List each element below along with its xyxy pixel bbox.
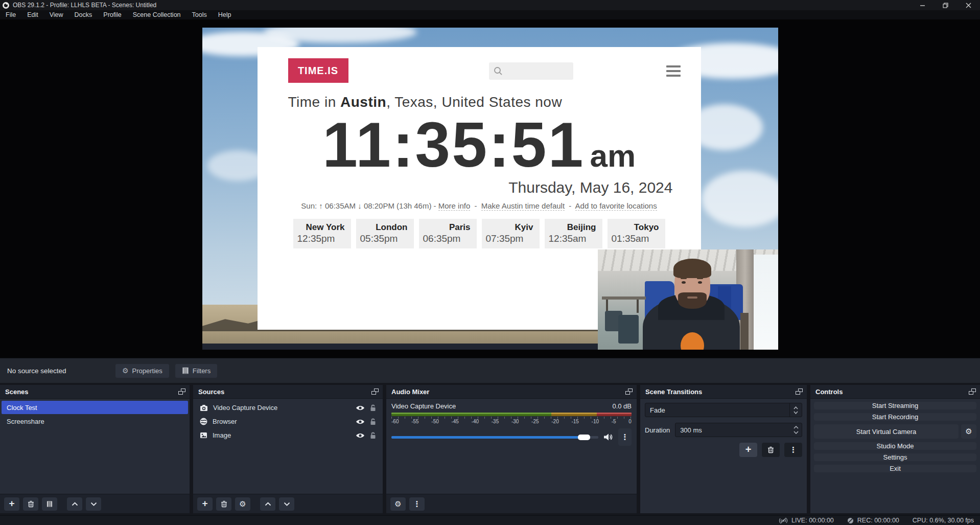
hamburger-menu-icon[interactable]	[666, 65, 681, 77]
preview-area[interactable]: TIME.IS Time in Austin, Texas, United St…	[0, 19, 980, 358]
sources-panel: Sources Video Capture Device Browser	[193, 385, 383, 513]
source-item-browser[interactable]: Browser	[195, 415, 381, 428]
obs-logo-icon	[3, 2, 9, 9]
time-meridiem: am	[590, 138, 636, 174]
minimize-button[interactable]	[911, 0, 934, 10]
city-card[interactable]: Tokyo 01:35am	[608, 219, 665, 248]
speaker-icon[interactable]	[603, 433, 613, 441]
webcam-overlay	[598, 249, 778, 350]
eye-icon[interactable]	[356, 432, 365, 439]
search-input[interactable]	[489, 62, 573, 80]
scene-item-screenshare[interactable]: Screenshare	[2, 415, 188, 428]
move-source-down-button[interactable]	[279, 497, 294, 511]
eye-icon[interactable]	[356, 405, 365, 411]
move-scene-down-button[interactable]	[86, 497, 101, 511]
dock-row: Scenes Clock Test Screenshare +	[0, 383, 980, 515]
time-digits: 11:35:51	[322, 111, 585, 178]
advanced-audio-button[interactable]: ⚙	[390, 497, 406, 511]
trash-icon	[767, 446, 774, 453]
remove-source-button[interactable]	[216, 497, 231, 511]
controls-panel: Controls Start Streaming Start Recording…	[810, 385, 980, 513]
menu-tools[interactable]: Tools	[186, 10, 213, 19]
add-source-button[interactable]: +	[197, 497, 213, 511]
start-streaming-button[interactable]: Start Streaming	[814, 402, 976, 409]
close-button[interactable]	[957, 0, 980, 10]
source-item-image[interactable]: Image	[195, 429, 381, 442]
city-card[interactable]: Beijing 12:35am	[545, 219, 602, 248]
volume-slider[interactable]	[391, 436, 598, 439]
lock-icon[interactable]	[370, 418, 376, 425]
more-info-link[interactable]: More info	[438, 201, 471, 211]
mixer-channel-menu-button[interactable]: ⋮	[618, 428, 632, 446]
restore-button[interactable]	[934, 0, 957, 10]
transition-properties-button[interactable]: ⋮	[784, 443, 802, 457]
remove-scene-button[interactable]	[23, 497, 38, 511]
menu-help[interactable]: Help	[213, 10, 237, 19]
source-item-video-capture[interactable]: Video Capture Device	[195, 401, 381, 414]
remove-transition-button[interactable]	[762, 443, 780, 457]
scene-filters-button[interactable]	[42, 497, 57, 511]
chevron-down-icon	[90, 502, 97, 506]
image-icon	[200, 432, 207, 439]
popout-icon[interactable]	[796, 389, 803, 395]
menu-view[interactable]: View	[44, 10, 69, 19]
select-arrows-icon[interactable]	[789, 403, 802, 417]
volume-slider-handle[interactable]	[578, 435, 590, 440]
city-card[interactable]: London 05:35pm	[356, 219, 414, 248]
start-recording-button[interactable]: Start Recording	[814, 413, 976, 421]
status-bar: LIVE: 00:00:00 REC: 00:00:00 CPU: 0.6%, …	[0, 515, 980, 525]
filters-button[interactable]: Filters	[175, 364, 217, 378]
duration-spinbox[interactable]: 300 ms	[675, 423, 802, 437]
start-virtual-camera-button[interactable]: Start Virtual Camera	[814, 424, 959, 439]
chevron-up-icon	[265, 502, 271, 506]
title-bar: OBS 29.1.2 - Profile: LLHLS BETA - Scene…	[0, 0, 980, 10]
rec-status: REC: 00:00:00	[847, 517, 899, 524]
spin-down-icon[interactable]	[794, 431, 799, 434]
settings-button[interactable]: Settings	[814, 453, 976, 461]
menu-edit[interactable]: Edit	[21, 10, 44, 19]
lock-icon[interactable]	[370, 404, 376, 412]
scene-transitions-panel: Scene Transitions Fade Duration	[640, 385, 807, 513]
filters-icon	[182, 367, 189, 374]
record-inactive-icon	[847, 517, 854, 524]
city-card[interactable]: New York 12:35pm	[293, 219, 351, 248]
source-status-text: No source selected	[7, 367, 115, 375]
mixer-menu-button[interactable]: ⋮	[409, 497, 425, 511]
popout-icon[interactable]	[969, 389, 976, 395]
source-toolbar: No source selected ⚙ Properties Filters	[0, 358, 980, 383]
add-favorite-link[interactable]: Add to favorite locations	[575, 201, 657, 211]
kebab-icon: ⋮	[621, 432, 629, 442]
add-transition-button[interactable]: +	[739, 443, 757, 457]
lock-icon[interactable]	[370, 432, 376, 439]
menu-file[interactable]: File	[0, 10, 21, 19]
add-scene-button[interactable]: +	[4, 497, 19, 511]
mixer-db-value: 0.0 dB	[612, 402, 632, 410]
popout-icon[interactable]	[625, 389, 633, 395]
exit-button[interactable]: Exit	[814, 465, 976, 472]
move-scene-up-button[interactable]	[67, 497, 82, 511]
virtual-camera-settings-button[interactable]: ⚙	[961, 424, 976, 439]
city-card[interactable]: Paris 06:35pm	[419, 219, 477, 248]
menu-scene-collection[interactable]: Scene Collection	[127, 10, 186, 19]
obs-window: OBS 29.1.2 - Profile: LLHLS BETA - Scene…	[0, 0, 980, 525]
move-source-up-button[interactable]	[260, 497, 275, 511]
studio-mode-button[interactable]: Studio Mode	[814, 442, 976, 450]
menu-docks[interactable]: Docks	[69, 10, 98, 19]
transition-select[interactable]: Fade	[645, 403, 802, 417]
popout-icon[interactable]	[178, 389, 185, 395]
menu-profile[interactable]: Profile	[98, 10, 127, 19]
source-properties-button[interactable]: ⚙	[235, 497, 250, 511]
properties-button[interactable]: ⚙ Properties	[115, 364, 169, 378]
city-card[interactable]: Kyiv 07:35pm	[482, 219, 540, 248]
eye-icon[interactable]	[356, 419, 365, 425]
mixer-channel-name: Video Capture Device	[391, 402, 456, 410]
cloud	[702, 171, 778, 227]
gear-icon: ⚙	[122, 367, 129, 375]
sun-times: Sun: ↑ 06:35AM ↓ 08:20PM (13h 46m) -	[301, 201, 436, 210]
scene-item-clock-test[interactable]: Clock Test	[2, 401, 188, 414]
kebab-icon: ⋮	[413, 499, 421, 509]
spin-up-icon[interactable]	[794, 426, 799, 429]
popout-icon[interactable]	[371, 389, 379, 395]
make-default-link[interactable]: Make Austin time default	[481, 201, 565, 211]
globe-icon	[200, 418, 207, 425]
